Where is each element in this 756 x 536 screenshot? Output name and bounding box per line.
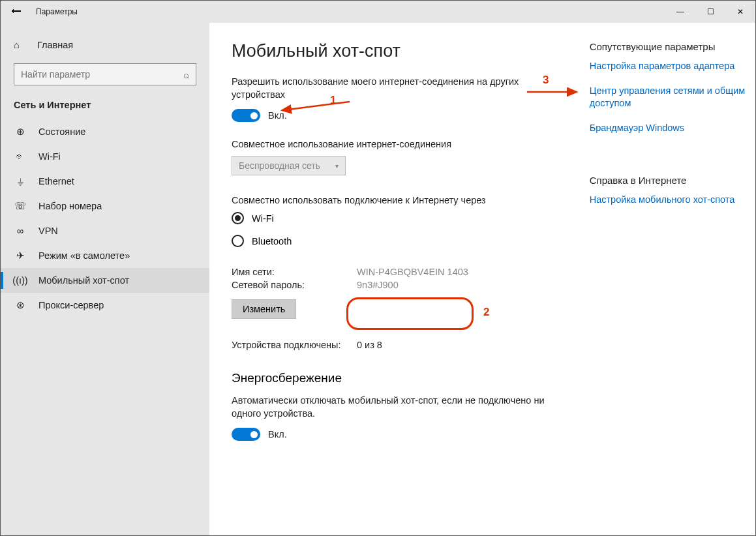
sidebar-item-label: Состояние <box>38 127 85 137</box>
sidebar-item-dialup[interactable]: ☏Набор номера <box>1 194 209 218</box>
ethernet-icon: ⏚ <box>14 176 27 186</box>
dialup-icon: ☏ <box>14 201 27 211</box>
power-heading: Энергосбережение <box>232 371 564 385</box>
sidebar-item-label: VPN <box>38 226 58 236</box>
connection-label: Совместное использование интернет-соедин… <box>232 139 564 149</box>
sidebar-item-status[interactable]: ⊕Состояние <box>1 119 209 144</box>
sidebar-item-wifi[interactable]: ᯤWi-Fi <box>1 144 209 169</box>
sidebar-item-label: Режим «в самолете» <box>38 250 130 261</box>
share-toggle-label: Вкл. <box>268 110 287 121</box>
sidebar-home[interactable]: ⌂ Главная <box>1 35 209 55</box>
network-password-label: Сетевой пароль: <box>232 280 357 290</box>
sidebar-item-label: Wi-Fi <box>38 151 61 162</box>
radio-bluetooth-label: Bluetooth <box>252 236 292 246</box>
sidebar-item-proxy[interactable]: ⊛Прокси-сервер <box>1 293 209 318</box>
sidebar-item-label: Прокси-сервер <box>38 300 104 310</box>
sidebar-item-airplane[interactable]: ✈Режим «в самолете» <box>1 243 209 268</box>
chevron-down-icon: ▾ <box>335 162 339 170</box>
sidebar-item-ethernet[interactable]: ⏚Ethernet <box>1 169 209 194</box>
power-toggle-label: Вкл. <box>268 429 287 439</box>
radio-wifi-label: Wi-Fi <box>252 213 274 224</box>
window-title: Параметры <box>36 7 78 16</box>
minimize-button[interactable]: — <box>665 1 695 23</box>
share-description: Разрешить использование моего интернет-с… <box>232 76 564 101</box>
home-icon: ⌂ <box>14 40 25 50</box>
search-icon: ⌕ <box>183 69 189 80</box>
network-name-label: Имя сети: <box>232 267 357 277</box>
titlebar: 🠔 Параметры — ☐ ✕ <box>1 1 755 23</box>
wifi-icon: ᯤ <box>14 151 27 162</box>
connection-select[interactable]: Беспроводная сеть ▾ <box>232 156 346 175</box>
connection-select-value: Беспроводная сеть <box>239 160 330 171</box>
sidebar-item-label: Мобильный хот-спот <box>38 275 129 286</box>
back-button[interactable]: 🠔 <box>1 6 32 18</box>
right-pane: Сопутствующие параметры Настройка параме… <box>590 41 755 522</box>
sidebar-item-label: Ethernet <box>38 176 74 186</box>
maximize-button[interactable]: ☐ <box>695 1 725 23</box>
sidebar-item-hotspot[interactable]: ((ı))Мобильный хот-спот <box>1 268 209 293</box>
share-toggle[interactable] <box>232 109 260 122</box>
search-input[interactable] <box>21 69 183 80</box>
airplane-icon: ✈ <box>14 250 27 261</box>
sidebar-item-vpn[interactable]: ∞VPN <box>1 218 209 243</box>
power-toggle[interactable] <box>232 428 260 441</box>
status-icon: ⊕ <box>14 127 27 137</box>
devices-value: 0 из 8 <box>357 340 382 350</box>
close-button[interactable]: ✕ <box>725 1 755 23</box>
network-name-row: Имя сети: WIN-P4GBQBV4EIN 1403 <box>232 267 564 277</box>
proxy-icon: ⊛ <box>14 300 27 310</box>
devices-label: Устройства подключены: <box>232 340 357 350</box>
network-name-value: WIN-P4GBQBV4EIN 1403 <box>357 267 468 277</box>
vpn-icon: ∞ <box>14 226 27 236</box>
radio-bluetooth[interactable]: Bluetooth <box>232 235 564 247</box>
link-firewall[interactable]: Брандмауэр Windows <box>590 122 755 135</box>
sidebar-nav: ⊕Состояние ᯤWi-Fi ⏚Ethernet ☏Набор номер… <box>1 119 209 318</box>
power-description: Автоматически отключать мобильный хот-сп… <box>232 395 564 420</box>
page-title: Мобильный хот-спот <box>232 41 564 61</box>
link-help-hotspot[interactable]: Настройка мобильного хот-спота <box>590 194 755 207</box>
network-password-value: 9n3#J900 <box>357 280 399 290</box>
sidebar: ⌂ Главная ⌕ Сеть и Интернет ⊕Состояние ᯤ… <box>1 23 209 535</box>
edit-button[interactable]: Изменить <box>232 299 296 319</box>
radio-bluetooth-control[interactable] <box>232 235 244 247</box>
sidebar-section-title: Сеть и Интернет <box>1 96 209 119</box>
devices-row: Устройства подключены: 0 из 8 <box>232 340 564 350</box>
link-adapter-settings[interactable]: Настройка параметров адаптера <box>590 60 755 73</box>
radio-wifi[interactable]: Wi-Fi <box>232 212 564 224</box>
radio-wifi-control[interactable] <box>232 212 244 224</box>
network-password-row: Сетевой пароль: 9n3#J900 <box>232 280 564 290</box>
share-over-label: Совместно использовать подключение к Инт… <box>232 195 564 205</box>
search-input-wrap[interactable]: ⌕ <box>14 63 196 85</box>
sidebar-home-label: Главная <box>37 40 73 50</box>
link-network-center[interactable]: Центр управления сетями и общим доступом <box>590 85 755 110</box>
related-heading: Сопутствующие параметры <box>590 41 755 52</box>
hotspot-icon: ((ı)) <box>14 275 27 286</box>
help-heading: Справка в Интернете <box>590 175 755 186</box>
main-content: Мобильный хот-спот Разрешить использован… <box>209 23 755 535</box>
sidebar-item-label: Набор номера <box>38 201 102 211</box>
